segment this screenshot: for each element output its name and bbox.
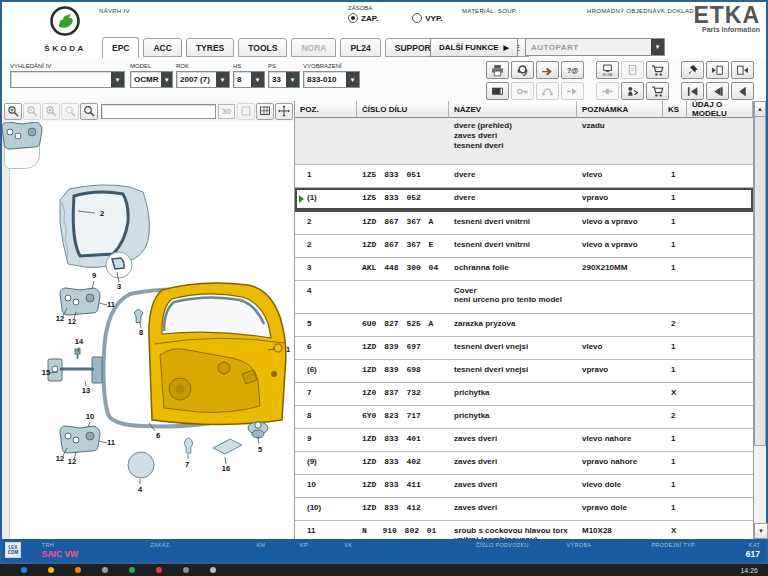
chevron-down-icon[interactable]: ▼ xyxy=(346,72,359,87)
nav-first-button[interactable] xyxy=(681,82,704,100)
table-row[interactable]: 101ZD 833 411zaves dverivlevo dole1 xyxy=(295,475,753,498)
callout-12[interactable]: 12 xyxy=(68,457,76,466)
nav-back-button[interactable] xyxy=(731,82,754,100)
callout-9[interactable]: 9 xyxy=(92,271,96,280)
filter-model-combo[interactable]: OCMR▼ xyxy=(130,71,173,88)
chevron-down-icon[interactable]: ▼ xyxy=(216,72,229,87)
chevron-down-icon[interactable]: ▼ xyxy=(161,72,172,87)
zasoba-radio-vyp[interactable]: VYP. xyxy=(412,13,442,23)
filter-ps: PS33▼ xyxy=(268,63,300,88)
callout-1[interactable]: 1 xyxy=(286,345,290,354)
table-row[interactable]: 61ZD 839 697tesneni dveri vnejsivlevo1 xyxy=(295,337,753,360)
taskbar-app-icon[interactable] xyxy=(210,567,216,573)
callout-15[interactable]: 15 xyxy=(42,368,50,377)
column-header-poz[interactable]: POZ. xyxy=(295,101,357,118)
tab-epc[interactable]: EPC xyxy=(102,37,139,58)
table-row[interactable]: 21ZD 867 367 Atesneni dveri vnitrnivlevo… xyxy=(295,212,753,235)
callout-7[interactable]: 7 xyxy=(185,460,189,469)
tab-pl24[interactable]: PL24 xyxy=(340,38,380,57)
scroll-down-icon[interactable]: ▼ xyxy=(754,523,768,539)
callout-11[interactable]: 11 xyxy=(107,300,115,309)
callout-12[interactable]: 12 xyxy=(56,454,64,463)
callout-3[interactable]: 3 xyxy=(117,282,121,291)
tab-tyres[interactable]: TYRES xyxy=(186,38,234,57)
column-header-nazev[interactable]: NÁZEV xyxy=(449,101,577,118)
filter-vyobrazeni-combo[interactable]: 833-010▼ xyxy=(303,71,360,88)
callout-4[interactable]: 4 xyxy=(138,485,143,494)
hand-pointer-button[interactable] xyxy=(536,61,559,79)
dalsi-funkce-button[interactable]: DALŠÍ FUNKCE ▶ xyxy=(430,38,518,57)
callout-8[interactable]: 8 xyxy=(139,328,143,337)
table-row[interactable]: 91ZD 833 401zaves dverivlevo nahore1 xyxy=(295,429,753,452)
taskbar-app-icon[interactable] xyxy=(129,567,135,573)
table-scrollbar[interactable]: ▲ ▼ xyxy=(753,101,766,539)
scroll-thumb[interactable] xyxy=(754,116,766,446)
filter-hs-combo[interactable]: 8▼ xyxy=(233,71,265,88)
taskbar-app-icon[interactable] xyxy=(75,567,81,573)
table-row[interactable]: (10)1ZD 833 412zaves dverivpravo dole1 xyxy=(295,498,753,521)
support-headset-button[interactable] xyxy=(511,61,534,79)
tab-nora[interactable]: NORA xyxy=(291,38,336,57)
table-row[interactable]: (6)1ZD 839 698tesneni dveri vnejsivpravo… xyxy=(295,360,753,383)
table-row[interactable]: 11N 910 802 01sroub s cockovou hlavou to… xyxy=(295,521,753,539)
search-button[interactable] xyxy=(80,103,98,120)
cart-button[interactable] xyxy=(646,82,669,100)
callout-5[interactable]: 5 xyxy=(258,445,262,454)
table-row[interactable]: 11Z5 833 051dverevlevo1 xyxy=(295,165,753,188)
autopart-dropdown[interactable]: AUTOPART ▼ xyxy=(525,38,665,56)
callout-13[interactable]: 13 xyxy=(82,386,90,395)
taskbar-app-icon[interactable] xyxy=(102,567,108,573)
taskbar-app-icon[interactable] xyxy=(183,567,189,573)
table-row[interactable]: 56U0 827 525 Azarazka pryzova2 xyxy=(295,314,753,337)
callout-11[interactable]: 11 xyxy=(107,438,115,447)
callout-12[interactable]: 12 xyxy=(56,314,64,323)
table-row[interactable]: (1)1Z5 833 052dverevpravo1 xyxy=(295,188,753,212)
elsa-button[interactable]: ELSA xyxy=(596,61,619,79)
table-row[interactable]: (9)1ZD 833 402zaves dverivpravo nahore1 xyxy=(295,452,753,475)
column-header-ks[interactable]: KS xyxy=(663,101,687,118)
table-row[interactable]: 71Z0 837 732prichytkaX xyxy=(295,383,753,406)
grid-button[interactable] xyxy=(256,103,274,120)
filter-vyhledani-combo[interactable]: ▼ xyxy=(10,71,125,88)
taskbar-app-icon[interactable] xyxy=(156,567,162,573)
column-header-udaj[interactable]: ÚDAJ O MODELU xyxy=(687,101,753,118)
table-row[interactable]: 21ZD 867 367 Etesneni dveri vnitrnivlevo… xyxy=(295,235,753,258)
windows-taskbar[interactable]: 14:26 xyxy=(0,564,768,576)
page-forward-button[interactable] xyxy=(731,61,754,79)
callout-10[interactable]: 10 xyxy=(86,412,94,421)
table-row[interactable]: 4Coverneni urceno pro tento model xyxy=(295,281,753,314)
chevron-down-icon[interactable]: ▼ xyxy=(111,72,124,87)
column-header-pozn[interactable]: POZNÁMKA xyxy=(577,101,663,118)
chevron-down-icon[interactable]: ▼ xyxy=(651,39,664,55)
callout-6[interactable]: 6 xyxy=(156,431,160,440)
parts-diagram[interactable]: 1234567891011111212121213141516 xyxy=(2,122,294,539)
table-row[interactable]: 86Y0 823 717prichytka2 xyxy=(295,406,753,429)
callout-16[interactable]: 16 xyxy=(222,464,230,473)
diagram-search-input[interactable] xyxy=(101,104,216,119)
workshop-cart-button[interactable] xyxy=(646,61,669,79)
chevron-down-icon[interactable]: ▼ xyxy=(251,72,264,87)
filter-rok-combo[interactable]: 2007 (7)▼ xyxy=(176,71,230,88)
pin-button[interactable] xyxy=(681,61,704,79)
page-back-button[interactable] xyxy=(706,61,729,79)
pan-button[interactable] xyxy=(275,103,293,120)
taskbar-app-icon[interactable] xyxy=(21,567,27,573)
callout-14[interactable]: 14 xyxy=(75,337,84,346)
table-row[interactable]: 3AKL 448 300 04ochranna folie290X210MM1 xyxy=(295,258,753,281)
customer-button[interactable] xyxy=(621,82,644,100)
scroll-up-icon[interactable]: ▲ xyxy=(754,101,766,117)
help-contact-button[interactable]: ?@ xyxy=(561,61,584,79)
tab-acc[interactable]: ACC xyxy=(143,38,181,57)
chevron-down-icon[interactable]: ▼ xyxy=(286,72,299,87)
column-header-cislo[interactable]: ČÍSLO DÍLU xyxy=(357,101,449,118)
tab-tools[interactable]: TOOLS xyxy=(238,38,287,57)
filter-ps-combo[interactable]: 33▼ xyxy=(268,71,300,88)
taskbar-app-icon[interactable] xyxy=(48,567,54,573)
zoom-in-button[interactable] xyxy=(4,103,22,120)
screen-button[interactable] xyxy=(486,82,509,100)
nav-prev-button[interactable] xyxy=(706,82,729,100)
zasoba-radio-zap[interactable]: ZAP. xyxy=(348,13,378,23)
callout-12[interactable]: 12 xyxy=(68,317,76,326)
print-button[interactable] xyxy=(486,61,509,79)
callout-2[interactable]: 2 xyxy=(100,209,104,218)
